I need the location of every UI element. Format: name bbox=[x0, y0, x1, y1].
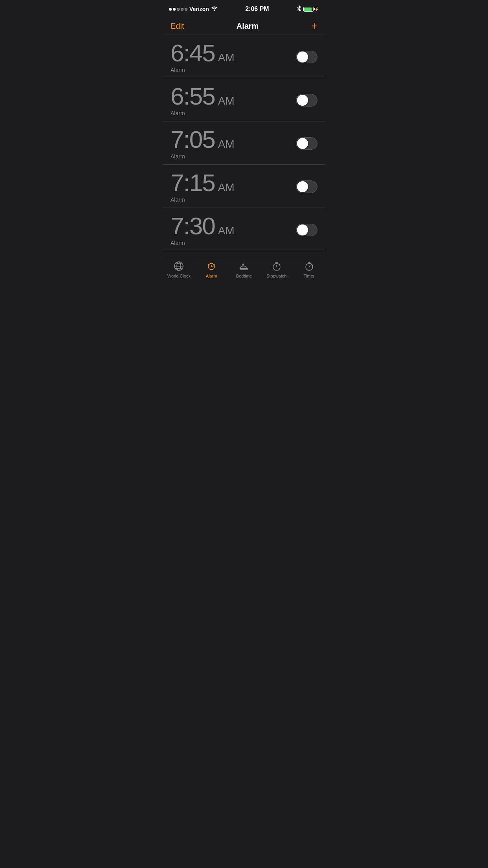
alarm-time-block: 6:45 AM Alarm bbox=[171, 41, 296, 73]
status-time: 2:06 PM bbox=[245, 6, 269, 13]
alarm-time-block: 7:05 AM Alarm bbox=[171, 127, 296, 160]
world-clock-icon bbox=[173, 260, 185, 272]
add-alarm-button[interactable]: + bbox=[311, 20, 317, 31]
alarm-ampm: AM bbox=[218, 224, 235, 237]
alarm-ampm: AM bbox=[218, 181, 235, 194]
alarm-item-655[interactable]: 6:55 AM Alarm bbox=[163, 78, 325, 121]
timer-icon bbox=[303, 260, 315, 272]
tab-timer-label: Timer bbox=[304, 274, 315, 278]
status-bar: Verizon 2:06 PM ⚡ bbox=[163, 0, 325, 17]
wifi-icon bbox=[211, 6, 218, 12]
tab-world-clock[interactable]: World Clock bbox=[163, 260, 195, 278]
tab-world-clock-label: World Clock bbox=[167, 274, 191, 278]
alarm-label: Alarm bbox=[171, 110, 296, 116]
tab-alarm-label: Alarm bbox=[206, 274, 217, 278]
signal-dot-3 bbox=[177, 8, 180, 11]
tab-stopwatch[interactable]: Stopwatch bbox=[260, 260, 293, 278]
alarm-ampm: AM bbox=[218, 95, 235, 107]
battery: ⚡ bbox=[303, 7, 319, 12]
alarm-ampm: AM bbox=[218, 51, 235, 64]
carrier-label: Verizon bbox=[189, 6, 209, 12]
alarm-toggle-645[interactable] bbox=[296, 51, 317, 63]
alarm-time-block: 6:55 AM Alarm bbox=[171, 84, 296, 116]
status-left: Verizon bbox=[169, 6, 218, 12]
alarm-item-800[interactable]: 8:00 AM Alarm bbox=[163, 251, 325, 255]
alarm-time-block: 7:30 AM Alarm bbox=[171, 214, 296, 246]
alarm-label: Alarm bbox=[171, 240, 296, 246]
tab-bedtime[interactable]: Bedtime bbox=[228, 260, 261, 278]
svg-line-22 bbox=[309, 265, 310, 267]
alarm-time: 7:05 bbox=[171, 127, 215, 152]
signal-dot-2 bbox=[173, 8, 176, 11]
tab-alarm[interactable]: Alarm bbox=[195, 260, 228, 278]
signal-dots bbox=[169, 8, 187, 11]
tab-timer[interactable]: Timer bbox=[293, 260, 325, 278]
alarm-label: Alarm bbox=[171, 67, 296, 73]
alarm-label: Alarm bbox=[171, 197, 296, 203]
alarm-item-715[interactable]: 7:15 AM Alarm bbox=[163, 165, 325, 208]
alarm-time-block: 7:15 AM Alarm bbox=[171, 171, 296, 203]
alarm-toggle-715[interactable] bbox=[296, 180, 317, 193]
bedtime-icon bbox=[238, 260, 250, 272]
alarm-list: 6:45 AM Alarm 6:55 AM Alarm 7:05 AM Ala bbox=[163, 35, 325, 255]
tab-bedtime-label: Bedtime bbox=[236, 274, 252, 278]
alarm-time: 6:55 bbox=[171, 84, 215, 108]
alarm-ampm: AM bbox=[218, 138, 235, 151]
tab-bar: World Clock Alarm bbox=[163, 257, 325, 289]
alarm-time: 6:45 bbox=[171, 41, 215, 65]
signal-dot-5 bbox=[185, 8, 187, 11]
alarm-toggle-655[interactable] bbox=[296, 94, 317, 107]
alarm-item-705[interactable]: 7:05 AM Alarm bbox=[163, 121, 325, 165]
bluetooth-icon bbox=[297, 5, 301, 13]
alarm-item-645[interactable]: 6:45 AM Alarm bbox=[163, 35, 325, 78]
signal-dot-1 bbox=[169, 8, 172, 11]
tab-stopwatch-label: Stopwatch bbox=[266, 274, 286, 278]
alarm-time: 7:15 bbox=[171, 171, 215, 195]
status-right: ⚡ bbox=[297, 5, 319, 13]
nav-bar: Edit Alarm + bbox=[163, 17, 325, 35]
svg-point-0 bbox=[213, 9, 215, 11]
alarm-toggle-730[interactable] bbox=[296, 224, 317, 236]
alarm-icon bbox=[205, 260, 217, 272]
alarm-item-730[interactable]: 7:30 AM Alarm bbox=[163, 208, 325, 251]
page-title: Alarm bbox=[237, 22, 259, 31]
stopwatch-icon bbox=[271, 260, 283, 272]
alarm-label: Alarm bbox=[171, 153, 296, 160]
alarm-toggle-705[interactable] bbox=[296, 137, 317, 150]
alarm-time: 7:30 bbox=[171, 214, 215, 238]
edit-button[interactable]: Edit bbox=[171, 22, 184, 31]
signal-dot-4 bbox=[181, 8, 183, 11]
